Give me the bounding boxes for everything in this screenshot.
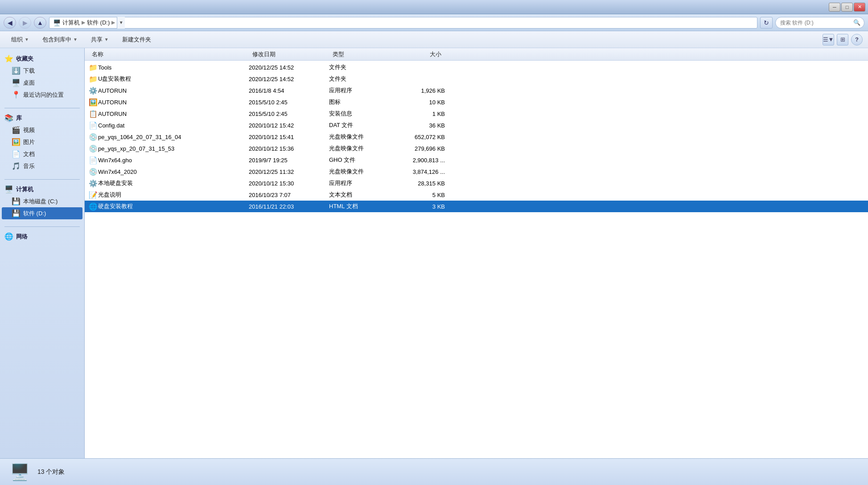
add-to-library-button[interactable]: 包含到库中 ▼ [37,33,83,46]
table-row[interactable]: 🌐 硬盘安装教程 2016/11/21 22:03 HTML 文档 3 KB [85,201,868,212]
file-icon: 💿 [88,168,98,176]
sidebar-item-videos[interactable]: 🎬 视频 [0,124,84,136]
back-button[interactable]: ◀ [4,17,16,29]
file-type: 图标 [329,98,391,106]
sidebar-header-favorites[interactable]: ⭐ 收藏夹 [0,53,84,65]
file-icon: ⚙️ [88,86,98,95]
preview-pane-button[interactable]: ⊞ [837,34,848,45]
help-button[interactable]: ? [851,34,863,45]
table-row[interactable]: ⚙️ 本地硬盘安装 2020/10/12 15:30 应用程序 28,315 K… [85,177,868,189]
title-bar-buttons: ─ □ ✕ [829,3,865,12]
breadcrumb-dropdown[interactable]: ▼ [117,17,125,29]
sidebar-header-computer[interactable]: 🖥️ 计算机 [0,183,84,195]
file-type: 光盘映像文件 [329,133,391,141]
computer-icon: 🖥️ [4,185,13,193]
file-size: 279,696 KB [391,145,445,152]
table-row[interactable]: 🖼️ AUTORUN 2015/5/10 2:45 图标 10 KB [85,96,868,108]
table-row[interactable]: 📄 Win7x64.gho 2019/9/7 19:25 GHO 文件 2,90… [85,154,868,166]
breadcrumb-drive[interactable]: 软件 (D:) [87,19,110,27]
divider-1 [4,108,80,108]
new-folder-button[interactable]: 新建文件夹 [116,33,157,46]
drive-d-icon: 💾 [12,209,21,218]
status-icon: 🖥️ [9,461,30,483]
file-date: 2020/12/25 14:52 [249,76,329,82]
videos-icon: 🎬 [12,126,21,134]
minimize-button[interactable]: ─ [829,3,840,12]
up-button[interactable]: ▲ [34,17,46,29]
file-name: 硬盘安装教程 [98,202,249,210]
file-icon: 📄 [88,156,98,164]
sidebar-header-library[interactable]: 📚 库 [0,112,84,124]
sidebar-header-network[interactable]: 🌐 网络 [0,230,84,242]
table-row[interactable]: 📁 U盘安装教程 2020/12/25 14:52 文件夹 [85,73,868,85]
file-type: 光盘映像文件 [329,144,391,152]
search-box: 🔍 [775,17,864,29]
table-row[interactable]: 📁 Tools 2020/12/25 14:52 文件夹 [85,62,868,73]
col-header-name[interactable]: 名称 [88,48,249,60]
sidebar-section-computer: 🖥️ 计算机 💾 本地磁盘 (C:) 💾 软件 (D:) [0,183,84,219]
file-name: Tools [98,64,249,71]
sidebar-item-drive-d[interactable]: 💾 软件 (D:) [2,207,82,219]
title-bar: ─ □ ✕ [0,0,868,14]
sidebar-item-documents[interactable]: 📄 文档 [0,148,84,160]
table-row[interactable]: 💿 pe_yqs_1064_20_07_31_16_04 2020/10/12 … [85,131,868,143]
file-date: 2020/10/12 15:30 [249,180,329,187]
file-icon: ⚙️ [88,179,98,188]
file-size: 1,926 KB [391,87,445,94]
sidebar-item-drive-c[interactable]: 💾 本地磁盘 (C:) [0,195,84,207]
table-row[interactable]: 📄 Config.dat 2020/10/12 15:42 DAT 文件 36 … [85,119,868,131]
forward-button[interactable]: ▶ [19,17,31,29]
file-list: 📁 Tools 2020/12/25 14:52 文件夹 📁 U盘安装教程 20… [85,61,868,458]
file-icon: 📝 [88,191,98,199]
sidebar-item-pictures[interactable]: 🖼️ 图片 [0,136,84,148]
file-type: HTML 文档 [329,202,391,210]
file-date: 2016/10/23 7:07 [249,192,329,198]
table-row[interactable]: 📋 AUTORUN 2015/5/10 2:45 安装信息 1 KB [85,108,868,119]
file-date: 2015/5/10 2:45 [249,111,329,117]
sidebar-item-desktop[interactable]: 🖥️ 桌面 [0,77,84,89]
table-row[interactable]: ⚙️ AUTORUN 2016/1/8 4:54 应用程序 1,926 KB [85,85,868,96]
file-type: 文件夹 [329,75,391,83]
sidebar-item-downloads[interactable]: ⬇️ 下载 [0,65,84,77]
address-bar: ◀ ▶ ▲ 🖥️ 计算机 ▶ 软件 (D:) ▶ ▼ ↻ 🔍 [0,14,868,31]
file-date: 2019/9/7 19:25 [249,157,329,164]
file-type: 应用程序 [329,86,391,95]
col-header-date[interactable]: 修改日期 [249,48,329,60]
view-options-button[interactable]: ☰▼ [823,34,834,45]
file-name: 本地硬盘安装 [98,179,249,187]
file-date: 2016/11/21 22:03 [249,203,329,210]
file-name: AUTORUN [98,87,249,94]
file-size: 2,900,813 ... [391,157,445,164]
file-icon: 🌐 [88,202,98,211]
star-icon: ⭐ [4,54,13,63]
file-date: 2020/10/12 15:42 [249,122,329,129]
table-row[interactable]: 💿 pe_yqs_xp_20_07_31_15_53 2020/10/12 15… [85,143,868,154]
file-name: AUTORUN [98,111,249,117]
maximize-button[interactable]: □ [841,3,853,12]
sidebar-section-network: 🌐 网络 [0,230,84,242]
divider-2 [4,179,80,180]
share-button[interactable]: 共享 ▼ [85,33,115,46]
col-header-type[interactable]: 类型 [329,48,391,60]
file-name: AUTORUN [98,99,249,106]
col-header-size[interactable]: 大小 [391,48,445,60]
music-icon: 🎵 [12,162,21,170]
sidebar-item-recent[interactable]: 📍 最近访问的位置 [0,89,84,101]
sidebar-section-library: 📚 库 🎬 视频 🖼️ 图片 📄 文档 🎵 音乐 [0,112,84,172]
table-row[interactable]: 💿 Win7x64_2020 2020/12/25 11:32 光盘映像文件 3… [85,166,868,177]
file-size: 5 KB [391,192,445,198]
table-row[interactable]: 📝 光盘说明 2016/10/23 7:07 文本文档 5 KB [85,189,868,201]
refresh-button[interactable]: ↻ [760,17,773,29]
file-name: Config.dat [98,122,249,129]
organize-button[interactable]: 组织 ▼ [5,33,35,46]
file-size: 1 KB [391,111,445,117]
file-size: 652,072 KB [391,134,445,140]
close-button[interactable]: ✕ [854,3,865,12]
library-icon: 📚 [4,114,13,122]
search-input[interactable] [780,20,852,26]
file-name: pe_yqs_1064_20_07_31_16_04 [98,134,249,140]
breadcrumb-computer[interactable]: 计算机 [62,19,80,27]
sidebar-item-music[interactable]: 🎵 音乐 [0,160,84,172]
file-type: 安装信息 [329,110,391,118]
search-icon[interactable]: 🔍 [853,19,860,26]
